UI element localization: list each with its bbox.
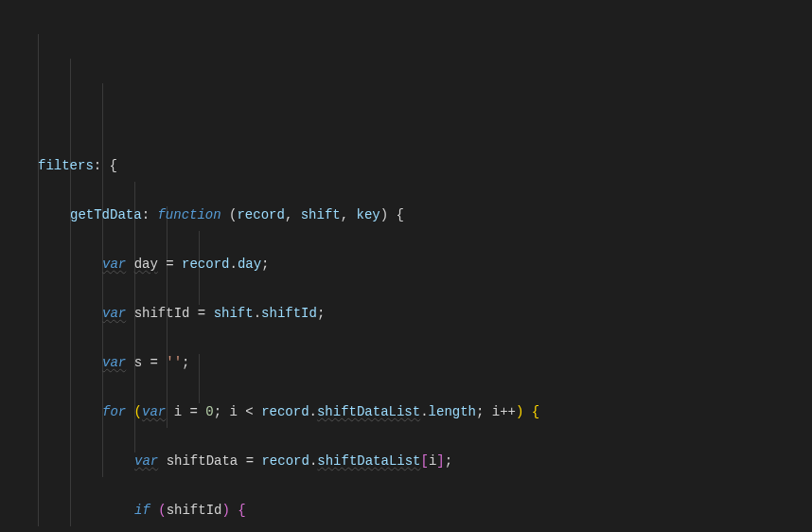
tok-getTdData: getTdData (70, 207, 142, 222)
code-editor[interactable]: filters: { getTdData: function (record, … (0, 0, 812, 532)
code-line: filters: { (0, 153, 812, 178)
code-line: var shiftId = shift.shiftId; (0, 301, 812, 326)
code-line: var day = record.day; (0, 252, 812, 276)
code-line: getTdData: function (record, shift, key)… (0, 203, 812, 227)
code-line: var shiftData = record.shiftDataList[i]; (0, 449, 812, 473)
tok-filters: filters (38, 158, 94, 173)
code-line: for (var i = 0; i < record.shiftDataList… (0, 399, 812, 424)
code-line: var s = ''; (0, 350, 812, 375)
code-content: filters: { getTdData: function (record, … (0, 30, 812, 532)
code-line: if (shiftId) { (0, 498, 812, 523)
